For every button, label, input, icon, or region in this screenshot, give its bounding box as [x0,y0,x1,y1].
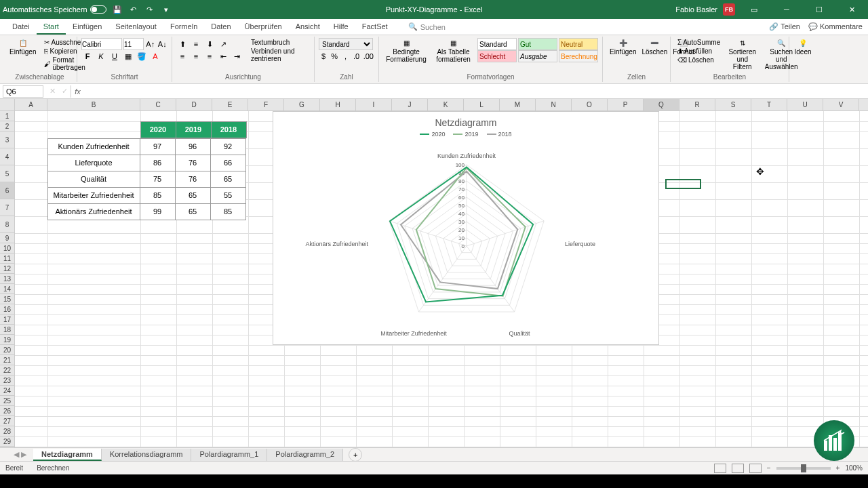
cells-area[interactable]: 2020 2019 2018 Kunden Zufriedenheit97969… [15,111,868,447]
row-label[interactable]: Mitarbeiter Zufriedenheit [47,187,140,204]
align-center-icon[interactable]: ≡ [190,50,202,62]
sheet-nav-icon[interactable]: ◀ ▶ [14,450,26,459]
row-header-5[interactable]: 5 [0,165,14,182]
col-header-C[interactable]: C [140,99,176,110]
align-left-icon[interactable]: ≡ [176,50,189,62]
select-all-corner[interactable] [0,99,15,110]
cell[interactable]: 66 [210,155,246,171]
autosave-toggle[interactable]: Automatisches Speichern [3,5,106,14]
cell[interactable]: 65 [175,187,211,204]
row-header-24[interactable]: 24 [0,386,14,396]
align-middle-icon[interactable]: ≡ [190,38,202,50]
cell[interactable]: 65 [210,171,246,188]
col-header-D[interactable]: D [176,99,212,110]
delete-cells-button[interactable]: ➖Löschen [639,38,670,57]
col-header-R[interactable]: R [679,99,715,110]
header-2019[interactable]: 2019 [176,121,212,138]
cancel-formula-icon[interactable]: ✕ [46,85,58,98]
cell[interactable]: 55 [210,187,246,204]
search-box[interactable]: 🔍 Suchen [408,22,446,31]
name-box[interactable]: Q6 [3,85,43,98]
qat-more-icon[interactable]: ▾ [161,4,172,15]
zoom-out-icon[interactable]: − [767,464,771,472]
col-header-F[interactable]: F [248,99,284,110]
row-header-27[interactable]: 27 [0,416,14,426]
decrease-font-icon[interactable]: A↓ [157,38,168,50]
size-select[interactable] [123,38,144,50]
style-gut[interactable]: Gut [518,38,557,50]
font-color-button[interactable]: A [149,50,161,62]
fx-button[interactable]: fx [71,85,84,98]
zoom-level[interactable]: 100% [845,464,863,472]
spreadsheet-grid[interactable]: ABCDEFGHIJKLMNOPQRSTUV 12345678910111213… [0,99,868,447]
ribbon-tab-datei[interactable]: Datei [5,20,37,35]
cell[interactable]: 65 [175,203,211,220]
ribbon-tab-daten[interactable]: Daten [204,20,237,35]
ribbon-tab-überprüfen[interactable]: Überprüfen [238,20,289,35]
indent-decrease-icon[interactable]: ⇤ [217,50,229,62]
col-header-A[interactable]: A [15,99,47,110]
row-header-6[interactable]: 6 [0,182,14,199]
ribbon-tab-factset[interactable]: FactSet [355,20,395,35]
confirm-formula-icon[interactable]: ✓ [58,85,71,98]
header-2020[interactable]: 2020 [140,121,176,138]
col-header-I[interactable]: I [356,99,392,110]
cell[interactable]: 92 [210,138,246,155]
decimal-decrease-icon[interactable]: .00 [363,50,374,62]
sheet-tab-polardiagramm_1[interactable]: Polardiagramm_1 [191,449,267,461]
merge-button[interactable]: Verbinden und zentrieren [248,47,310,63]
col-header-V[interactable]: V [823,99,859,110]
conditional-format-button[interactable]: ▦Bedingte Formatierung [383,38,429,64]
comma-icon[interactable]: , [340,50,350,62]
col-header-T[interactable]: T [751,99,787,110]
cell[interactable]: 85 [210,203,246,220]
ribbon-tab-einfügen[interactable]: Einfügen [66,20,108,35]
row-header-12[interactable]: 12 [0,264,14,274]
view-pagelayout-icon[interactable] [732,464,744,473]
row-label[interactable]: Lieferquote [47,155,140,171]
row-header-25[interactable]: 25 [0,396,14,406]
row-header-20[interactable]: 20 [0,345,14,355]
paste-button[interactable]: 📋 Einfügen [7,38,39,72]
row-header-15[interactable]: 15 [0,294,14,304]
row-header-13[interactable]: 13 [0,274,14,284]
row-header-22[interactable]: 22 [0,365,14,375]
cell[interactable]: 85 [140,187,176,204]
col-header-Q[interactable]: Q [644,99,679,110]
style-standard[interactable]: Standard [477,38,517,50]
orientation-icon[interactable]: ↗ [217,38,229,50]
row-header-4[interactable]: 4 [0,148,14,165]
number-format-select[interactable]: Standard [319,38,373,50]
cell[interactable]: 86 [140,155,176,171]
col-header-H[interactable]: H [320,99,356,110]
cell[interactable]: 99 [140,203,176,220]
cell[interactable]: 96 [175,138,211,155]
row-header-29[interactable]: 29 [0,436,14,447]
undo-icon[interactable]: ↶ [128,4,139,15]
ribbon-tab-seitenlayout[interactable]: Seitenlayout [108,20,163,35]
row-header-1[interactable]: 1 [0,111,14,121]
align-right-icon[interactable]: ≡ [203,50,216,62]
ribbon-tab-start[interactable]: Start [37,20,66,35]
row-label[interactable]: Qualität [47,171,140,188]
style-neutral[interactable]: Neutral [559,38,598,50]
style-berechnung[interactable]: Berechnung [559,50,598,62]
ribbon-tab-hilfe[interactable]: Hilfe [327,20,355,35]
row-header-3[interactable]: 3 [0,131,14,148]
row-header-28[interactable]: 28 [0,426,14,436]
radar-chart[interactable]: Netzdiagramm 202020192018 01020304050607… [273,111,659,345]
row-header-9[interactable]: 9 [0,233,14,243]
maximize-icon[interactable]: ☐ [806,0,833,19]
row-header-19[interactable]: 19 [0,335,14,345]
row-header-2[interactable]: 2 [0,121,14,131]
autosum-button[interactable]: Σ AutoSumme [675,38,723,47]
col-header-K[interactable]: K [428,99,464,110]
sheet-tab-netzdiagramm[interactable]: Netzdiagramm [33,449,102,461]
add-sheet-button[interactable]: + [349,448,362,462]
wrap-text-button[interactable]: Textumbruch [248,38,310,47]
view-pagebreak-icon[interactable] [749,464,762,473]
close-icon[interactable]: ✕ [838,0,865,19]
row-header-23[interactable]: 23 [0,375,14,386]
percent-icon[interactable]: % [330,50,339,62]
row-header-11[interactable]: 11 [0,253,14,264]
